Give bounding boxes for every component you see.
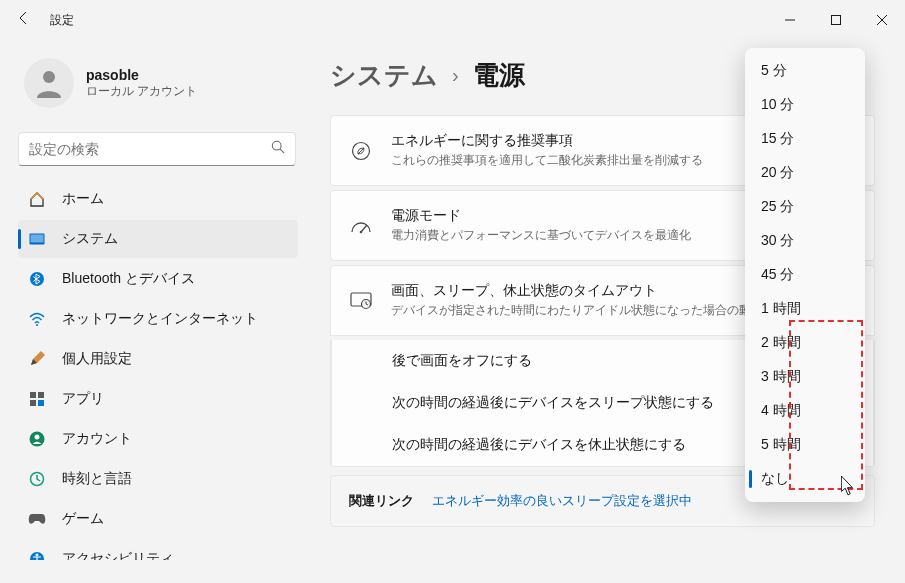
nav: ホーム システム Bluetooth とデバイス ネットワークとインターネット … — [18, 180, 298, 560]
window-title: 設定 — [50, 12, 74, 29]
related-link[interactable]: エネルギー効率の良いスリープ設定を選択中 — [432, 492, 692, 510]
avatar — [24, 58, 74, 108]
svg-point-22 — [360, 230, 363, 233]
search-icon — [271, 140, 285, 158]
breadcrumb-sep: › — [452, 64, 459, 87]
sidebar-item-label: アプリ — [62, 390, 104, 408]
profile[interactable]: pasoble ローカル アカウント — [18, 40, 298, 128]
system-icon — [28, 230, 46, 248]
gaming-icon — [28, 510, 46, 528]
profile-sub: ローカル アカウント — [86, 83, 197, 100]
sidebar-item-personalization[interactable]: 個人用設定 — [18, 340, 298, 378]
accounts-icon — [28, 430, 46, 448]
sidebar-item-label: システム — [62, 230, 118, 248]
profile-name: pasoble — [86, 67, 197, 83]
sidebar-item-system[interactable]: システム — [18, 220, 298, 258]
bluetooth-icon — [28, 270, 46, 288]
dropdown-option[interactable]: 5 分 — [747, 54, 863, 88]
gauge-icon — [349, 218, 373, 234]
svg-line-21 — [361, 225, 367, 232]
sidebar-item-network[interactable]: ネットワークとインターネット — [18, 300, 298, 338]
personalization-icon — [28, 350, 46, 368]
sidebar-item-apps[interactable]: アプリ — [18, 380, 298, 418]
svg-rect-8 — [31, 235, 44, 243]
svg-rect-12 — [38, 392, 44, 398]
back-button[interactable] — [16, 10, 32, 30]
svg-point-10 — [36, 324, 38, 326]
card-title: エネルギーに関する推奨事項 — [391, 132, 762, 150]
dropdown-option[interactable]: 30 分 — [747, 224, 863, 258]
leaf-icon — [349, 141, 373, 161]
sidebar-item-label: ネットワークとインターネット — [62, 310, 258, 328]
cursor-icon — [841, 476, 855, 496]
dropdown-option[interactable]: 10 分 — [747, 88, 863, 122]
sidebar-item-time[interactable]: 時刻と言語 — [18, 460, 298, 498]
apps-icon — [28, 390, 46, 408]
dropdown-option[interactable]: 1 時間 — [747, 292, 863, 326]
close-button[interactable] — [859, 0, 905, 40]
sidebar-item-accounts[interactable]: アカウント — [18, 420, 298, 458]
minimize-button[interactable] — [767, 0, 813, 40]
related-label: 関連リンク — [349, 492, 414, 510]
sidebar-item-label: 個人用設定 — [62, 350, 132, 368]
screen-icon — [349, 292, 373, 310]
sidebar-item-label: ゲーム — [62, 510, 104, 528]
sidebar-item-gaming[interactable]: ゲーム — [18, 500, 298, 538]
svg-point-16 — [35, 435, 40, 440]
time-icon — [28, 470, 46, 488]
breadcrumb-current: 電源 — [473, 58, 525, 93]
network-icon — [28, 310, 46, 328]
search-field[interactable] — [29, 141, 271, 157]
svg-point-4 — [43, 71, 55, 83]
search-input[interactable] — [18, 132, 296, 166]
accessibility-icon — [28, 550, 46, 560]
svg-rect-13 — [30, 400, 36, 406]
sidebar-item-label: アクセシビリティ — [62, 550, 174, 560]
breadcrumb-parent[interactable]: システム — [330, 58, 438, 93]
dropdown-option[interactable]: 20 分 — [747, 156, 863, 190]
svg-rect-14 — [38, 400, 44, 406]
dropdown-option[interactable]: 15 分 — [747, 122, 863, 156]
dropdown-option[interactable]: 4 時間 — [747, 394, 863, 428]
sidebar-item-label: アカウント — [62, 430, 132, 448]
dropdown-option[interactable]: 25 分 — [747, 190, 863, 224]
sidebar-item-bluetooth[interactable]: Bluetooth とデバイス — [18, 260, 298, 298]
dropdown-option[interactable]: 3 時間 — [747, 360, 863, 394]
svg-rect-11 — [30, 392, 36, 398]
sidebar-item-label: ホーム — [62, 190, 104, 208]
svg-point-19 — [36, 554, 39, 557]
dropdown-option[interactable]: 45 分 — [747, 258, 863, 292]
maximize-button[interactable] — [813, 0, 859, 40]
svg-line-6 — [280, 149, 284, 153]
sidebar-item-accessibility[interactable]: アクセシビリティ — [18, 540, 298, 560]
sidebar: pasoble ローカル アカウント ホーム システム Bluetooth とデ… — [0, 40, 310, 583]
svg-point-5 — [272, 141, 281, 150]
svg-rect-1 — [832, 16, 841, 25]
dropdown-option[interactable]: 5 時間 — [747, 428, 863, 462]
timeout-dropdown[interactable]: 5 分10 分15 分20 分25 分30 分45 分1 時間2 時間3 時間4… — [745, 48, 865, 502]
titlebar: 設定 — [0, 0, 905, 40]
card-sub: これらの推奨事項を適用して二酸化炭素排出量を削減する — [391, 152, 762, 169]
sidebar-item-home[interactable]: ホーム — [18, 180, 298, 218]
sidebar-item-label: Bluetooth とデバイス — [62, 270, 195, 288]
sidebar-item-label: 時刻と言語 — [62, 470, 132, 488]
home-icon — [28, 190, 46, 208]
dropdown-option[interactable]: 2 時間 — [747, 326, 863, 360]
